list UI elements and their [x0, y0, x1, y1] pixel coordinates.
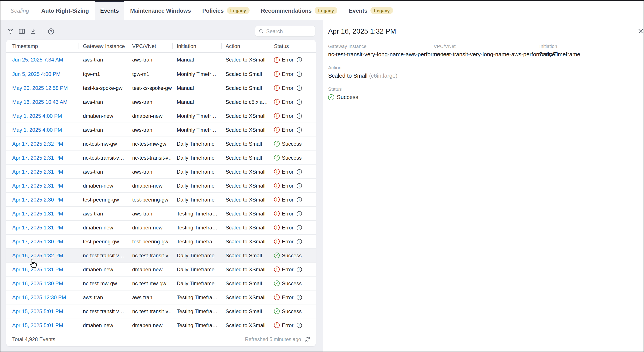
info-icon[interactable]	[296, 239, 302, 244]
action-cell: Scaled to XSmall	[221, 182, 270, 189]
vpc-cell: test-peering-gw	[128, 238, 172, 244]
timestamp-link[interactable]: Apr 17, 2025 2:30 PM	[12, 196, 63, 202]
timestamp-link[interactable]: Apr 17, 2025 1:30 PM	[12, 238, 63, 244]
table-row[interactable]: May 1, 2025 4:00 PM aws-tran aws-tran Mo…	[6, 122, 316, 136]
table-row[interactable]: Apr 17, 2025 1:31 PM dmaben-new dmaben-n…	[6, 220, 316, 234]
svg-text:?: ?	[50, 29, 52, 33]
timestamp-link[interactable]: Apr 17, 2025 1:31 PM	[12, 224, 63, 230]
timestamp-link[interactable]: Apr 16, 2025 1:30 PM	[12, 280, 63, 286]
table-row[interactable]: Apr 16, 2025 12:30 PM aws-tran aws-tran …	[6, 290, 316, 304]
table-row[interactable]: Apr 16, 2025 1:30 PM nc-test-mw-gw nc-te…	[6, 276, 316, 290]
status-text: Error	[282, 99, 294, 105]
column-header-status[interactable]: Status	[270, 40, 316, 52]
table-row[interactable]: Apr 16, 2025 1:32 PM nc-test-transit-v… …	[6, 248, 316, 262]
timestamp-link[interactable]: May 20, 2025 12:58 PM	[12, 85, 68, 91]
timestamp-link[interactable]: Apr 17, 2025 2:31 PM	[12, 182, 63, 189]
status-text: Error	[282, 182, 294, 189]
table-row[interactable]: May 16, 2025 10:43 AM aws-tran aws-tran …	[6, 95, 316, 108]
initiation-cell: Manual	[172, 57, 221, 63]
tab-label: Events	[349, 7, 368, 14]
filter-button[interactable]	[7, 28, 14, 35]
table-row[interactable]: May 1, 2025 4:00 PM dmaben-new dmaben-ne…	[6, 108, 316, 122]
gateway-cell: aws-tran	[78, 99, 128, 105]
column-header-timestamp[interactable]: Timestamp	[6, 40, 78, 52]
table-row[interactable]: Apr 17, 2025 2:31 PM nc-test-transit-v… …	[6, 150, 316, 164]
table-row[interactable]: Apr 17, 2025 2:32 PM nc-test-mw-gw nc-te…	[6, 136, 316, 150]
info-icon[interactable]	[296, 169, 302, 174]
vpc-cell: nc-test-transit-v…	[128, 308, 172, 314]
initiation-cell: Testing Timefra…	[172, 308, 221, 314]
detail-field-status: Status Success	[328, 86, 644, 101]
detail-field-initiation: Initiation Daily Timeframe	[539, 44, 644, 58]
table-row[interactable]: May 20, 2025 12:58 PM test-ks-spoke-gw t…	[6, 81, 316, 95]
table-row[interactable]: Apr 17, 2025 2:30 PM test-peering-gw tes…	[6, 192, 316, 206]
timestamp-link[interactable]: Apr 16, 2025 1:31 PM	[12, 266, 63, 272]
info-icon[interactable]	[296, 211, 302, 216]
table-row[interactable]: Jun 5, 2025 4:00 PM tgw-m1 tgw-m1 Monthl…	[6, 67, 316, 81]
table-row[interactable]: Jun 25, 2025 7:34 AM aws-tran aws-tran M…	[6, 53, 316, 67]
table-row[interactable]: Apr 17, 2025 1:30 PM test-peering-gw tes…	[6, 234, 316, 248]
tab-bar: Scaling Auto Right-Sizing Events Mainten…	[0, 1, 644, 20]
tab-auto-right-sizing-1[interactable]: Auto Right-Sizing	[36, 1, 94, 20]
info-icon[interactable]	[296, 57, 302, 62]
info-icon[interactable]	[296, 183, 302, 188]
column-header-initiation[interactable]: Initiation	[172, 40, 221, 52]
table-row[interactable]: Apr 17, 2025 1:31 PM aws-tran aws-tran T…	[6, 206, 316, 220]
timestamp-link[interactable]: May 1, 2025 4:00 PM	[12, 127, 62, 133]
table-row[interactable]: Apr 15, 2025 5:01 PM nc-test-transit-v… …	[6, 304, 316, 318]
timestamp-link[interactable]: Apr 15, 2025 5:01 PM	[12, 308, 63, 314]
status-text: Error	[282, 224, 294, 230]
action-cell: Scaled to Small	[221, 252, 270, 258]
search-input[interactable]	[266, 28, 312, 34]
timestamp-link[interactable]: Apr 15, 2025 5:01 PM	[12, 322, 63, 328]
info-icon[interactable]	[296, 267, 302, 272]
timestamp-link[interactable]: Apr 17, 2025 2:32 PM	[12, 141, 63, 147]
initiation-cell: Manual	[172, 99, 221, 105]
tab-recommendations-5[interactable]: Recommendations Legacy	[255, 1, 343, 20]
timestamp-link[interactable]: May 16, 2025 10:43 AM	[12, 99, 68, 105]
table-row[interactable]: Apr 15, 2025 5:01 PM dmaben-new dmaben-n…	[6, 318, 316, 332]
info-icon[interactable]	[296, 71, 302, 76]
table-row[interactable]: Apr 17, 2025 2:31 PM aws-tran aws-tran D…	[6, 164, 316, 178]
gateway-cell: aws-tran	[78, 210, 128, 216]
status-cell: Success	[270, 141, 316, 147]
search-box[interactable]	[255, 26, 316, 37]
tab-maintenance-windows-3[interactable]: Maintenance Windows	[124, 1, 197, 20]
tab-events-6[interactable]: Events Legacy	[343, 1, 399, 20]
info-icon[interactable]	[296, 197, 302, 202]
timestamp-link[interactable]: Apr 16, 2025 1:32 PM	[12, 252, 63, 258]
info-icon[interactable]	[296, 295, 302, 300]
refresh-button[interactable]	[304, 336, 311, 342]
timestamp-link[interactable]: Jun 5, 2025 4:00 PM	[12, 71, 61, 77]
status-icon	[274, 169, 280, 174]
gateway-cell: aws-tran	[78, 127, 128, 133]
info-icon[interactable]	[296, 225, 302, 230]
timestamp-link[interactable]: Apr 16, 2025 12:30 PM	[12, 294, 66, 300]
info-icon[interactable]	[296, 99, 302, 104]
download-button[interactable]	[30, 28, 37, 35]
info-icon[interactable]	[296, 85, 302, 90]
tab-policies-4[interactable]: Policies Legacy	[196, 1, 255, 20]
close-detail-button[interactable]	[636, 27, 644, 35]
action-cell: Scaled to Small	[221, 280, 270, 286]
table-row[interactable]: Apr 17, 2025 2:31 PM dmaben-new dmaben-n…	[6, 178, 316, 192]
timestamp-link[interactable]: Apr 17, 2025 2:31 PM	[12, 155, 63, 161]
table-row[interactable]: Apr 16, 2025 1:31 PM dmaben-new dmaben-n…	[6, 262, 316, 276]
column-header-gateway-instance[interactable]: Gateway Instance	[78, 40, 128, 52]
info-icon[interactable]	[296, 113, 302, 118]
timestamp-link[interactable]: Apr 17, 2025 1:31 PM	[12, 210, 63, 216]
action-cell: Scaled to Small	[221, 308, 270, 314]
column-header-action[interactable]: Action	[221, 40, 270, 52]
timestamp-link[interactable]: May 1, 2025 4:00 PM	[12, 113, 62, 119]
timestamp-link[interactable]: Apr 17, 2025 2:31 PM	[12, 168, 63, 175]
info-icon[interactable]	[296, 127, 302, 132]
help-button[interactable]: ?	[48, 28, 54, 35]
column-header-vpc-vnet[interactable]: VPC/VNet	[128, 40, 172, 52]
success-icon	[328, 94, 334, 100]
info-icon[interactable]	[296, 322, 302, 328]
search-icon	[259, 28, 264, 34]
tab-events-2[interactable]: Events	[94, 1, 124, 20]
status-text: Error	[282, 196, 294, 202]
columns-button[interactable]	[18, 28, 25, 35]
timestamp-link[interactable]: Jun 25, 2025 7:34 AM	[12, 57, 63, 63]
